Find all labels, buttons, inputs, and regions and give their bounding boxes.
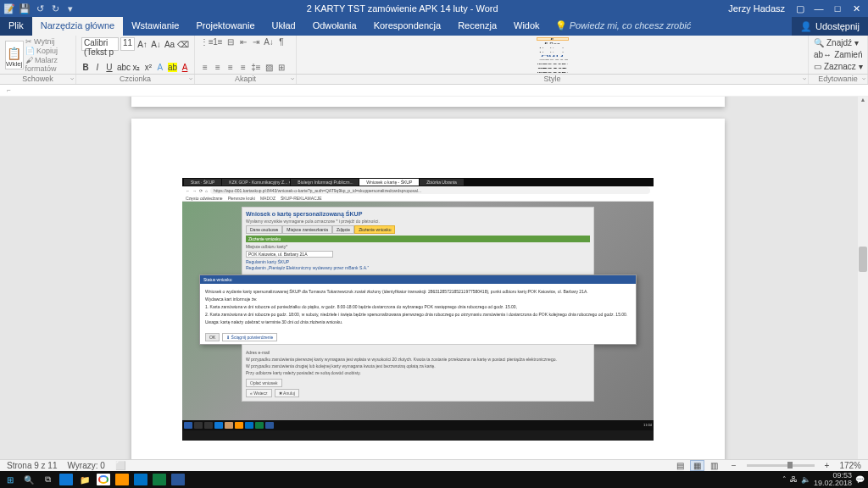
tell-me[interactable]: Powiedz mi, co chcesz zrobić — [548, 17, 698, 36]
qat-more-icon[interactable]: ▾ — [64, 3, 76, 14]
bold-button[interactable]: B — [81, 63, 90, 72]
tray-up-icon[interactable]: ˄ — [782, 475, 787, 484]
zoom-level[interactable]: 172% — [839, 461, 861, 470]
justify-icon[interactable]: ≡ — [238, 63, 248, 72]
tab-review[interactable]: Recenzja — [449, 17, 505, 36]
scroll-up-icon[interactable]: ▲ — [858, 97, 868, 103]
copy-button[interactable]: Kopiuj — [25, 47, 70, 55]
show-marks-icon[interactable]: ¶ — [276, 37, 287, 47]
text-effects-icon[interactable]: A — [156, 63, 164, 72]
web-layout-icon[interactable]: ▥ — [707, 460, 721, 471]
word-count[interactable]: Wyrazy: 0 — [67, 461, 104, 470]
explorer-icon[interactable]: 📁 — [78, 474, 92, 485]
multilevel-icon[interactable]: ⊟ — [225, 37, 236, 47]
group-font-label[interactable]: Czcionka — [76, 75, 195, 84]
bullets-icon[interactable]: ⋮≡ — [200, 37, 210, 47]
search-icon[interactable]: 🔍 — [22, 474, 36, 485]
excel-icon[interactable] — [153, 474, 166, 485]
page-current[interactable]: Start · ŚKUP KZK GOP - Komunikacyjny Z..… — [131, 119, 725, 471]
tab-file[interactable]: Plik — [0, 17, 32, 36]
tab-design[interactable]: Projektowanie — [187, 17, 263, 36]
tab-references[interactable]: Odwołania — [304, 17, 365, 36]
notifications-icon[interactable]: 💬 — [855, 475, 865, 484]
numbering-icon[interactable]: 1≡ — [213, 37, 223, 47]
find-button[interactable]: 🔍 Znajdź ▾ — [814, 37, 862, 48]
shading-icon[interactable]: ▨ — [264, 63, 274, 72]
tab-layout[interactable]: Układ — [264, 17, 304, 36]
change-case-icon[interactable]: Aa — [164, 40, 175, 49]
cut-button[interactable]: Wytnij — [25, 37, 70, 46]
style-heading2[interactable]: AaBbCcENagłówek 2 — [537, 50, 569, 53]
borders-icon[interactable]: ⊞ — [276, 63, 287, 72]
share-button[interactable]: 👤Udostępnij — [792, 17, 868, 36]
ribbon-options-icon[interactable]: ▢ — [792, 3, 809, 14]
tab-insert[interactable]: Wstawianie — [123, 17, 187, 36]
styles-gallery[interactable]: AaBbCcDc¶ Normalny AaBbCcDc¶ Bez odst...… — [297, 36, 809, 74]
zoom-in-icon[interactable]: + — [825, 461, 830, 470]
firefox-icon[interactable] — [115, 474, 129, 485]
select-button[interactable]: ▭ Zaznacz ▾ — [814, 61, 862, 72]
tray-volume-icon[interactable]: 🔈 — [801, 475, 810, 484]
font-size-select[interactable]: 11 — [120, 37, 135, 51]
strike-button[interactable]: abc — [117, 63, 129, 72]
clear-format-icon[interactable]: ⌫ — [177, 40, 189, 49]
shrink-font-icon[interactable]: A↓ — [150, 40, 162, 49]
edge-icon[interactable] — [59, 474, 73, 485]
subscript-button[interactable]: x₂ — [132, 63, 141, 72]
decrease-indent-icon[interactable]: ⇤ — [238, 37, 248, 47]
style-normal[interactable]: AaBbCcDc¶ Normalny — [537, 37, 569, 41]
highlight-icon[interactable]: ab — [168, 63, 177, 72]
superscript-button[interactable]: x² — [144, 63, 153, 72]
ruler[interactable]: ⌐ — [0, 85, 868, 97]
close-icon[interactable]: ✕ — [848, 3, 865, 14]
format-painter-button[interactable]: Malarz formatów — [25, 56, 70, 73]
line-spacing-icon[interactable]: ‡≡ — [251, 63, 261, 72]
style-title[interactable]: AaBTytuł — [537, 54, 569, 58]
font-name-select[interactable]: Calibri (Tekst p — [81, 37, 119, 51]
zoom-slider[interactable] — [747, 464, 815, 467]
grow-font-icon[interactable]: A↑ — [136, 40, 148, 49]
align-left-icon[interactable]: ≡ — [200, 63, 210, 72]
tray-network-icon[interactable]: 🖧 — [790, 475, 798, 484]
zoom-out-icon[interactable]: − — [732, 461, 737, 470]
maximize-icon[interactable]: □ — [829, 3, 846, 14]
style-emphasis[interactable]: AaBbCcDcWyróżnie... — [537, 63, 569, 66]
align-right-icon[interactable]: ≡ — [225, 63, 236, 72]
redo-icon[interactable]: ↻ — [49, 3, 61, 14]
group-clipboard-label[interactable]: Schowek — [0, 75, 76, 84]
replace-button[interactable]: ab↔ Zamień — [814, 49, 862, 60]
style-emphasis2[interactable]: AaBbCcDcWyróżnie... — [537, 71, 569, 74]
scroll-thumb[interactable] — [859, 247, 867, 272]
taskbar-clock[interactable]: 09:53 19.02.2018 — [814, 472, 852, 487]
group-paragraph-label[interactable]: Akapit — [195, 75, 297, 84]
align-center-icon[interactable]: ≡ — [213, 63, 223, 72]
chrome-icon[interactable] — [97, 474, 110, 485]
italic-button[interactable]: I — [93, 63, 102, 72]
minimize-icon[interactable]: — — [810, 3, 827, 14]
word-icon[interactable] — [171, 474, 185, 485]
proofing-icon[interactable]: ⬜ — [115, 461, 125, 470]
page-indicator[interactable]: Strona 9 z 11 — [7, 461, 57, 470]
outlook-icon[interactable] — [134, 474, 147, 485]
document-area[interactable]: Start · ŚKUP KZK GOP - Komunikacyjny Z..… — [0, 97, 868, 471]
tab-view[interactable]: Widok — [505, 17, 548, 36]
style-no-spacing[interactable]: AaBbCcDc¶ Bez odst... — [537, 42, 569, 45]
underline-button[interactable]: U — [105, 63, 114, 72]
user-name[interactable]: Jerzy Hadasz — [728, 3, 785, 14]
style-subtitle[interactable]: AaBbCcCPodtytuł — [537, 58, 569, 62]
read-mode-icon[interactable]: ▤ — [673, 460, 687, 471]
tab-home[interactable]: Narzędzia główne — [32, 17, 123, 36]
style-heading1[interactable]: AaBbCcNagłówek 1 — [537, 46, 569, 49]
save-icon[interactable]: 💾 — [19, 3, 31, 14]
start-icon[interactable]: ⊞ — [3, 474, 17, 485]
increase-indent-icon[interactable]: ⇥ — [251, 37, 261, 47]
vertical-scrollbar[interactable]: ▲ ▼ — [858, 97, 868, 471]
tab-mailings[interactable]: Korespondencja — [365, 17, 450, 36]
style-intense-emph[interactable]: AaBbCcDcUwydatni... — [537, 67, 569, 70]
undo-icon[interactable]: ↺ — [34, 3, 46, 14]
group-styles-label[interactable]: Style — [297, 75, 809, 84]
sort-icon[interactable]: A↓ — [264, 37, 274, 47]
task-view-icon[interactable]: ⧉ — [41, 474, 54, 485]
print-layout-icon[interactable]: ▦ — [690, 460, 704, 471]
paste-button[interactable]: Wklej — [5, 41, 24, 69]
